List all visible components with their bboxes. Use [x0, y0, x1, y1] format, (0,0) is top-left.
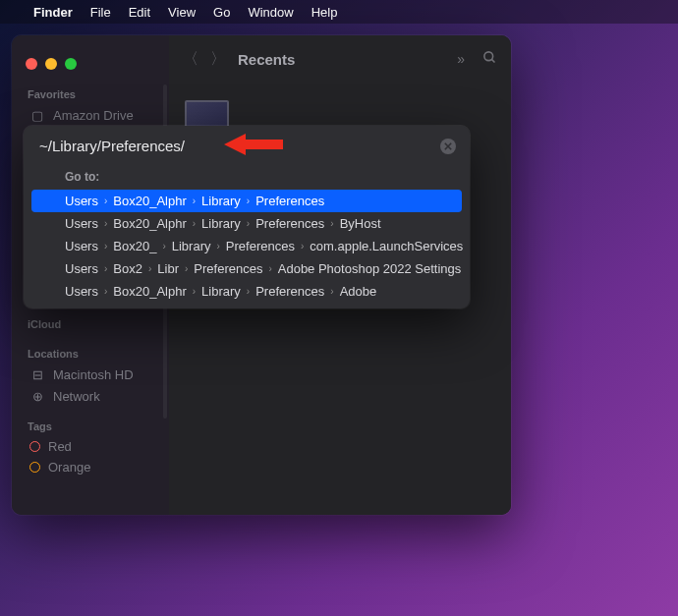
toolbar: 〈 〉 Recents »	[169, 35, 511, 83]
path-segment: Preferences	[255, 216, 324, 231]
path-segment: Users	[65, 194, 98, 208]
sidebar-item-network[interactable]: ⊕ Network	[12, 385, 169, 407]
path-segment: Box2	[113, 261, 142, 276]
tag-dot-icon	[29, 462, 40, 473]
window-controls	[12, 45, 169, 83]
chevron-right-icon: ›	[104, 196, 107, 206]
path-segment: Box20_	[113, 239, 156, 253]
maximize-button[interactable]	[65, 58, 77, 70]
menu-edit[interactable]: Edit	[129, 5, 150, 20]
sidebar-item-label: Red	[48, 439, 72, 454]
path-segment: Adobe Photoshop 2022 Settings	[278, 261, 461, 276]
sidebar-section-icloud: iCloud	[12, 312, 169, 334]
path-segment: Users	[65, 239, 98, 253]
menu-help[interactable]: Help	[311, 5, 338, 20]
path-segment: Library	[172, 239, 211, 253]
sidebar-section-favorites: Favorites	[12, 83, 169, 104]
path-segment: com.apple.LaunchServices	[310, 239, 463, 253]
window-title: Recents	[238, 51, 445, 68]
path-segment: ByHost	[340, 216, 381, 231]
chevron-right-icon: ›	[104, 286, 107, 297]
chevron-right-icon: ›	[247, 218, 250, 229]
goto-result-row[interactable]: Users›Box2›Libr›Preferences›Adobe Photos…	[24, 257, 470, 280]
path-segment: Adobe	[340, 284, 377, 299]
path-segment: Library	[201, 216, 241, 231]
chevron-right-icon: ›	[193, 286, 196, 297]
path-segment: Box20_Alphr	[113, 216, 186, 231]
path-segment: Library	[201, 194, 241, 208]
path-segment: Libr	[157, 261, 179, 276]
minimize-button[interactable]	[45, 58, 57, 70]
menubar: Finder File Edit View Go Window Help	[0, 0, 678, 24]
sidebar-item-tag-orange[interactable]: Orange	[12, 457, 169, 477]
sidebar-item-label: Amazon Drive	[53, 108, 134, 123]
goto-results-list: Users›Box20_Alphr›Library›PreferencesUse…	[24, 190, 470, 303]
menu-window[interactable]: Window	[248, 5, 293, 20]
globe-icon: ⊕	[29, 388, 45, 404]
annotation-arrow	[224, 132, 283, 161]
path-segment: Library	[201, 284, 241, 299]
sidebar-item-macintosh-hd[interactable]: ⊟ Macintosh HD	[12, 364, 169, 385]
disk-icon: ⊟	[29, 366, 45, 382]
chevron-right-icon: ›	[104, 241, 107, 252]
forward-button[interactable]: 〉	[210, 49, 226, 70]
goto-label: Go to:	[24, 166, 470, 190]
goto-folder-popover: ~/Library/Preferences/ Go to: Users›Box2…	[24, 126, 470, 308]
clear-input-button[interactable]	[440, 139, 456, 154]
path-segment: Preferences	[226, 239, 295, 253]
chevron-right-icon: ›	[193, 218, 196, 229]
goto-result-row[interactable]: Users›Box20_Alphr›Library›Preferences›By…	[24, 212, 470, 235]
sidebar-section-locations: Locations	[12, 342, 169, 364]
path-segment: Users	[65, 284, 98, 299]
toolbar-overflow-icon[interactable]: »	[457, 51, 465, 67]
path-segment: Users	[65, 216, 98, 231]
chevron-right-icon: ›	[330, 218, 333, 229]
chevron-right-icon: ›	[104, 218, 107, 229]
chevron-right-icon: ›	[216, 241, 219, 252]
sidebar-item-amazon-drive[interactable]: ▢ Amazon Drive	[12, 104, 169, 126]
close-button[interactable]	[26, 58, 37, 70]
menu-finder[interactable]: Finder	[33, 5, 73, 20]
goto-result-row[interactable]: Users›Box20_Alphr›Library›Preferences›Ad…	[24, 280, 470, 303]
path-segment: Preferences	[255, 284, 324, 299]
sidebar-item-label: Network	[53, 389, 100, 404]
folder-icon: ▢	[29, 107, 45, 123]
path-segment: Users	[65, 261, 98, 276]
chevron-right-icon: ›	[162, 241, 165, 252]
chevron-right-icon: ›	[148, 263, 151, 274]
menu-go[interactable]: Go	[213, 5, 230, 20]
chevron-right-icon: ›	[193, 196, 196, 206]
path-segment: Preferences	[194, 261, 262, 276]
chevron-right-icon: ›	[104, 263, 107, 274]
svg-line-1	[491, 59, 494, 62]
sidebar-section-tags: Tags	[12, 415, 169, 436]
svg-marker-2	[224, 134, 283, 155]
menu-file[interactable]: File	[90, 5, 111, 20]
goto-input-row: ~/Library/Preferences/	[24, 126, 470, 166]
goto-result-row[interactable]: Users›Box20_›Library›Preferences›com.app…	[24, 235, 470, 257]
path-segment: Preferences	[255, 194, 324, 208]
chevron-right-icon: ›	[185, 263, 188, 274]
chevron-right-icon: ›	[247, 286, 250, 297]
svg-point-0	[484, 52, 493, 61]
sidebar-item-label: Orange	[48, 460, 90, 475]
path-segment: Box20_Alphr	[113, 284, 186, 299]
goto-result-row[interactable]: Users›Box20_Alphr›Library›Preferences	[31, 190, 462, 212]
path-segment: Box20_Alphr	[113, 194, 186, 208]
chevron-right-icon: ›	[330, 286, 333, 297]
chevron-right-icon: ›	[268, 263, 271, 274]
chevron-right-icon: ›	[247, 196, 250, 206]
chevron-right-icon: ›	[301, 241, 304, 252]
sidebar-item-label: Macintosh HD	[53, 367, 134, 382]
menu-view[interactable]: View	[168, 5, 196, 20]
sidebar-item-tag-red[interactable]: Red	[12, 436, 169, 457]
back-button[interactable]: 〈	[183, 49, 198, 70]
search-icon[interactable]	[482, 50, 497, 68]
tag-dot-icon	[29, 441, 40, 452]
